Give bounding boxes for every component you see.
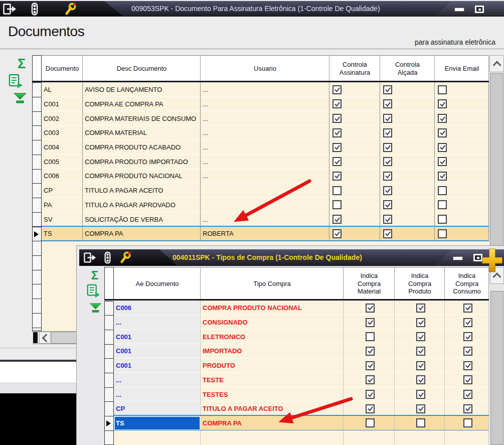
checkbox-controla_alcada[interactable] (383, 128, 392, 137)
checkbox-indica_compra_consumo[interactable] (463, 375, 472, 384)
cell-indica_compra_consumo[interactable] (445, 344, 489, 359)
cell-indica_compra_produto[interactable] (395, 330, 445, 344)
checkbox-controla_assinatura[interactable] (332, 128, 342, 137)
cell-indica_compra_material[interactable] (344, 301, 395, 316)
cell-controla_alcada[interactable] (380, 198, 435, 212)
cell-usuario[interactable]: ... (201, 97, 329, 111)
cell-usuario[interactable]: ... (201, 169, 329, 184)
traffic-light-icon[interactable] (29, 3, 40, 17)
cell-desc[interactable]: AVISO DE LANÇAMENTO (83, 82, 201, 97)
checkbox-indica_compra_material[interactable] (366, 361, 375, 370)
cell-controla_assinatura[interactable] (329, 125, 380, 140)
titlebar-window-1[interactable]: 009053SPK - Documento Para Assinatura El… (0, 1, 504, 17)
cell-usuario[interactable] (201, 198, 329, 212)
checkbox-indica_compra_produto[interactable] (416, 332, 425, 341)
checkbox-indica_compra_material[interactable] (366, 390, 375, 399)
cell-indica_compra_material[interactable] (344, 358, 395, 373)
minimize-button[interactable] (454, 8, 464, 12)
filter-button[interactable] (86, 302, 104, 315)
row-selector[interactable] (32, 241, 42, 256)
wrench-icon[interactable] (63, 3, 77, 17)
cell-envia_email[interactable] (435, 198, 489, 212)
cell-tipo_compra[interactable]: IMPORTADO (201, 344, 344, 359)
cell-indica_compra_produto[interactable] (395, 401, 445, 416)
cell-desc[interactable]: COMPRA MATERIAL (83, 125, 201, 140)
cell-controla_assinatura[interactable] (329, 169, 380, 184)
cell-controla_alcada[interactable] (380, 183, 435, 198)
cell-controla_assinatura[interactable] (329, 155, 380, 169)
cell-indica_compra_produto[interactable] (395, 358, 445, 373)
cell-ae_documento[interactable]: ... (114, 373, 201, 387)
cell-indica_compra_material[interactable] (344, 373, 395, 387)
cell-usuario[interactable]: ... (201, 212, 329, 227)
checkbox-envia_email[interactable] (438, 229, 447, 238)
filter-button[interactable] (9, 91, 31, 105)
row-selector[interactable] (32, 299, 42, 314)
checkbox-indica_compra_material[interactable] (366, 318, 375, 327)
cell-envia_email[interactable] (435, 140, 489, 155)
checkbox-indica_compra_consumo[interactable] (463, 318, 472, 327)
cell-usuario[interactable]: ... (201, 140, 329, 155)
cell-desc[interactable]: COMPRA PRODUTO NACIONAL (83, 169, 201, 184)
row-selector[interactable] (104, 330, 114, 345)
checkbox-controla_alcada[interactable] (383, 99, 392, 108)
cell-indica_compra_produto[interactable] (395, 373, 445, 387)
maximize-button[interactable] (475, 6, 484, 13)
checkbox-indica_compra_produto[interactable] (416, 418, 425, 427)
checkbox-controla_alcada[interactable] (383, 114, 392, 123)
row-selector[interactable] (32, 212, 42, 227)
cell-usuario[interactable]: ROBERTA (201, 227, 329, 241)
checkbox-controla_assinatura[interactable] (332, 157, 342, 166)
cell-tipo_compra[interactable]: PRODUTO (201, 358, 344, 373)
row-selector[interactable] (32, 313, 42, 328)
scroll-left-button-w1[interactable] (39, 332, 51, 344)
cell-documento[interactable]: C001 (42, 97, 83, 111)
checkbox-controla_assinatura[interactable] (332, 143, 342, 152)
row-selector[interactable] (104, 344, 114, 359)
checkbox-envia_email[interactable] (438, 215, 447, 224)
cell-desc[interactable]: COMPRA PA (83, 227, 201, 241)
cell-tipo_compra[interactable]: TESTE (201, 373, 344, 387)
row-selector[interactable] (32, 111, 42, 126)
checkbox-indica_compra_material[interactable] (366, 418, 375, 427)
cell-desc[interactable]: COMPRA PRODUTO IMPORTADO (83, 155, 201, 169)
checkbox-indica_compra_material[interactable] (366, 332, 375, 341)
cell-envia_email[interactable] (435, 111, 489, 126)
checkbox-indica_compra_consumo[interactable] (463, 304, 472, 313)
cell-controla_alcada[interactable] (380, 125, 435, 140)
cell-desc[interactable]: SOLICITAÇÃO DE VERBA (83, 212, 201, 227)
scroll-thumb-w1[interactable] (490, 73, 503, 249)
exit-icon[interactable] (3, 4, 17, 17)
cell-controla_assinatura[interactable] (329, 183, 380, 198)
cell-controla_assinatura[interactable] (329, 140, 380, 155)
row-selector[interactable] (32, 82, 42, 97)
cell-usuario[interactable] (201, 183, 329, 198)
cell-indica_compra_produto[interactable] (395, 387, 445, 402)
checkbox-indica_compra_produto[interactable] (416, 361, 425, 370)
cell-ae_documento[interactable]: C001 (114, 330, 201, 344)
cell-controla_assinatura[interactable] (329, 111, 380, 126)
row-selector[interactable] (32, 270, 42, 285)
checkbox-indica_compra_consumo[interactable] (463, 418, 472, 427)
cell-documento[interactable]: C005 (42, 155, 83, 169)
cell-envia_email[interactable] (435, 227, 489, 241)
checkbox-indica_compra_material[interactable] (366, 304, 375, 313)
checkbox-envia_email[interactable] (438, 186, 447, 195)
cell-indica_compra_consumo[interactable] (445, 387, 489, 402)
checkbox-controla_assinatura[interactable] (332, 229, 342, 238)
row-selector[interactable] (32, 255, 42, 270)
cell-envia_email[interactable] (435, 125, 489, 140)
cell-indica_compra_consumo[interactable] (445, 373, 489, 387)
cell-indica_compra_material[interactable] (344, 315, 395, 330)
cell-documento[interactable]: TS (42, 227, 83, 241)
cell-indica_compra_consumo[interactable] (445, 416, 489, 430)
cell-controla_assinatura[interactable] (329, 212, 380, 227)
checkbox-controla_assinatura[interactable] (332, 172, 342, 181)
row-selector[interactable] (104, 387, 114, 402)
cell-controla_alcada[interactable] (380, 169, 435, 184)
checkbox-controla_assinatura[interactable] (332, 186, 342, 195)
checkbox-indica_compra_consumo[interactable] (463, 347, 472, 356)
checkbox-controla_assinatura[interactable] (332, 85, 342, 94)
checkbox-envia_email[interactable] (438, 172, 447, 181)
cell-desc[interactable]: COMPRA PRODUTO ACABADO (83, 140, 201, 155)
